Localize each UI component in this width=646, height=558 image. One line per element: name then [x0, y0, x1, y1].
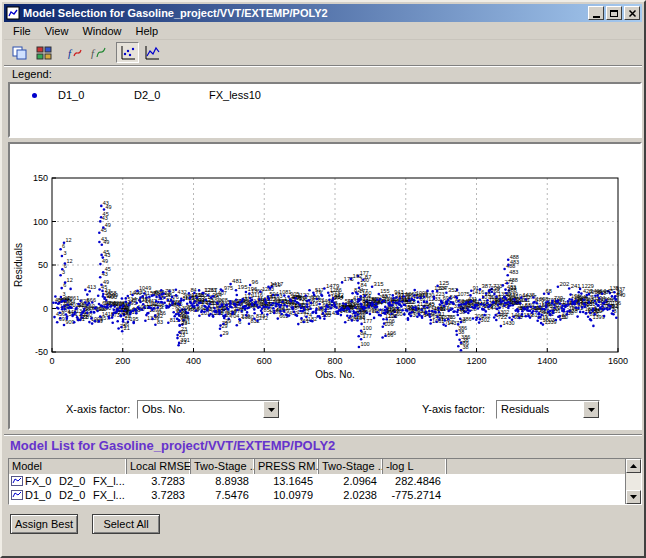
maximize-button[interactable] — [606, 6, 622, 20]
svg-text:106: 106 — [387, 330, 396, 336]
two-pane-view-icon[interactable] — [8, 42, 31, 63]
svg-text:45: 45 — [617, 290, 624, 296]
select-all-button[interactable]: Select All — [92, 514, 160, 534]
svg-text:481: 481 — [232, 278, 243, 284]
svg-text:1200: 1200 — [466, 356, 486, 366]
svg-text:3: 3 — [63, 250, 66, 256]
svg-text:488: 488 — [510, 300, 519, 306]
svg-text:45: 45 — [103, 249, 109, 255]
svg-text:483: 483 — [507, 284, 516, 290]
svg-text:45: 45 — [105, 266, 111, 272]
svg-text:0: 0 — [43, 304, 48, 314]
svg-text:386: 386 — [459, 306, 468, 312]
svg-text:200: 200 — [115, 356, 130, 366]
assign-best-button[interactable]: Assign Best — [10, 514, 78, 534]
table-row[interactable]: D1_0 D2_0 FX_l... 3.7283 7.5476 10.0979 … — [9, 488, 625, 502]
table-scrollbar[interactable] — [625, 459, 641, 504]
column-header-model[interactable]: Model — [9, 459, 127, 474]
y-axis-factor-label: Y-axis factor: — [422, 403, 485, 415]
svg-text:49: 49 — [102, 258, 108, 264]
window-title: Model Selection for Gasoline_project/VVT… — [23, 7, 588, 19]
svg-text:84: 84 — [362, 298, 368, 304]
menu-bar: File View Window Help — [4, 22, 642, 40]
local-rmse-value: 3.7283 — [127, 489, 191, 501]
line-plot-view-icon[interactable] — [140, 42, 163, 63]
scatter-marker-icon — [32, 93, 37, 98]
svg-text:1479: 1479 — [326, 283, 340, 289]
svg-text:413: 413 — [87, 284, 96, 290]
svg-text:23: 23 — [181, 320, 187, 326]
legend-caption: Legend: — [12, 68, 52, 80]
svg-text:488: 488 — [510, 254, 519, 260]
svg-text:Obs. No.: Obs. No. — [315, 369, 354, 380]
tiled-view-icon[interactable] — [32, 42, 55, 63]
close-icon — [628, 9, 637, 18]
minimize-button[interactable] — [588, 6, 604, 20]
menu-window[interactable]: Window — [75, 23, 128, 39]
scrollbar-track[interactable] — [626, 473, 641, 490]
svg-text:49: 49 — [103, 279, 109, 285]
press-rmse-value: 10.0979 — [255, 489, 319, 501]
column-header-press-rmse[interactable]: PRESS RM... — [255, 459, 319, 474]
menu-help[interactable]: Help — [129, 23, 166, 39]
plot-panel: 02004006008001000120014001600-5005010015… — [8, 142, 642, 430]
svg-text:f: f — [68, 47, 73, 59]
title-bar[interactable]: Model Selection for Gasoline_project/VVT… — [4, 4, 642, 22]
column-header-two-stage-rmse[interactable]: Two-Stage ... — [191, 459, 255, 474]
model-icon — [9, 490, 25, 500]
svg-text:12: 12 — [66, 237, 72, 243]
column-header-two-stage-t[interactable]: Two-Stage ... — [319, 459, 383, 474]
svg-text:400: 400 — [186, 356, 201, 366]
svg-text:1430: 1430 — [502, 320, 514, 326]
svg-text:87: 87 — [365, 274, 372, 280]
two-stage-t-value: 2.0964 — [319, 475, 383, 487]
dropdown-arrow-icon[interactable] — [263, 401, 279, 418]
legend-box: D1_0 D2_0 FX_less10 — [8, 82, 642, 138]
model-table-main: Model Local RMSE Two-Stage ... PRESS RM.… — [9, 459, 625, 504]
menu-file[interactable]: File — [6, 23, 38, 39]
model-table: Model Local RMSE Two-Stage ... PRESS RM.… — [8, 458, 642, 505]
window-icon — [6, 6, 20, 20]
svg-text:26: 26 — [122, 310, 128, 316]
svg-text:125: 125 — [439, 280, 450, 286]
model-list-header: Model List for Gasoline_project/VVT/EXTE… — [4, 434, 642, 456]
svg-text:3: 3 — [62, 291, 65, 297]
residuals-scatter-plot[interactable]: 02004006008001000120014001600-5005010015… — [10, 144, 640, 390]
svg-text:1400: 1400 — [537, 356, 557, 366]
svg-text:1600: 1600 — [608, 356, 628, 366]
fx-function-icon[interactable]: f — [62, 42, 85, 63]
fx-curve-icon[interactable]: f — [86, 42, 109, 63]
svg-text:975: 975 — [224, 285, 233, 291]
table-row[interactable]: FX_0 D2_0 FX_l... 3.7283 8.8938 13.1645 … — [9, 474, 625, 488]
x-axis-factor-select[interactable]: Obs. No. — [137, 400, 280, 419]
column-header-neg-log-l[interactable]: -log L — [383, 459, 447, 474]
scroll-down-icon[interactable] — [626, 490, 641, 504]
x-axis-factor-label: X-axis factor: — [66, 403, 130, 415]
svg-text:386: 386 — [462, 316, 471, 322]
x-axis-factor-value: Obs. No. — [138, 401, 263, 418]
svg-text:49: 49 — [105, 222, 111, 228]
model-name: D1_0 — [25, 489, 59, 501]
svg-text:386: 386 — [458, 325, 467, 331]
close-button[interactable] — [624, 6, 640, 20]
scatter-plot-view-icon[interactable] — [116, 42, 139, 63]
svg-text:12: 12 — [67, 277, 73, 283]
svg-text:196: 196 — [612, 300, 621, 306]
column-header-local-rmse[interactable]: Local RMSE — [127, 459, 191, 474]
two-stage-rmse-value: 7.5476 — [191, 489, 255, 501]
svg-text:Residuals: Residuals — [13, 243, 24, 287]
svg-text:964: 964 — [334, 294, 343, 300]
scroll-up-icon[interactable] — [626, 459, 641, 473]
factor-row: X-axis factor: Obs. No. Y-axis factor: R… — [10, 399, 640, 419]
menu-view[interactable]: View — [38, 23, 76, 39]
svg-text:106: 106 — [387, 308, 396, 314]
dropdown-arrow-icon[interactable] — [583, 401, 599, 418]
svg-text:0: 0 — [49, 356, 54, 366]
svg-text:-50: -50 — [35, 347, 48, 357]
svg-text:234: 234 — [490, 285, 501, 291]
svg-text:91: 91 — [473, 285, 479, 291]
svg-text:29: 29 — [223, 330, 229, 336]
svg-text:486: 486 — [157, 310, 166, 316]
two-stage-t-value: 2.0238 — [319, 489, 383, 501]
y-axis-factor-select[interactable]: Residuals — [496, 400, 600, 419]
